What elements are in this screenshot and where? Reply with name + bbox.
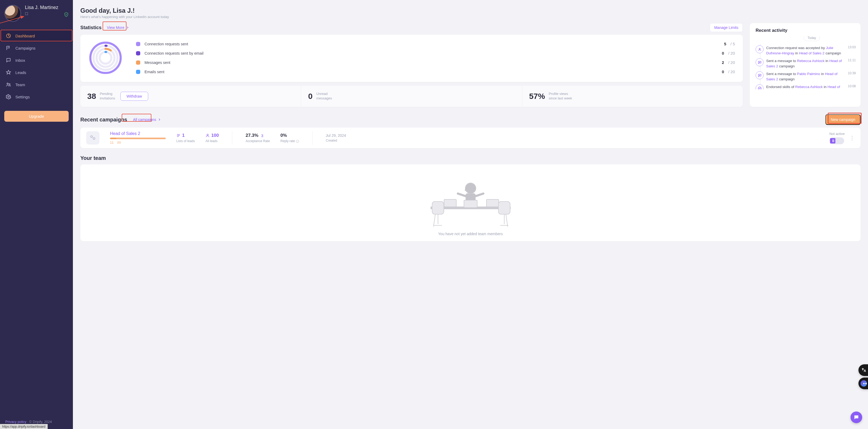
recent-campaigns-header: Recent campaigns All campaigns New campa… [80, 114, 861, 125]
help-float-button[interactable] [850, 411, 862, 423]
manage-limits-button[interactable]: Manage Limits [710, 23, 743, 32]
sidebar: Lisa J. Martinez ⬚ Dashboard Campaigns I… [0, 0, 73, 429]
copyright: © Dripify, 2024 [29, 420, 52, 424]
campaign-all-leads: 100 All leads [206, 133, 219, 143]
timeline-item-icon [755, 45, 764, 53]
svg-rect-28 [432, 202, 444, 214]
withdraw-button[interactable]: Withdraw [120, 92, 148, 101]
dashboard-icon [6, 33, 11, 38]
chevron-right-icon [158, 118, 161, 121]
campaign-progress [110, 137, 166, 139]
team-empty-illustration [415, 172, 526, 228]
timeline-item-text: Sent a message to Pablo Palmino in Head … [766, 71, 845, 82]
timeline-item[interactable]: Sent a message to Pablo Palmino in Head … [766, 71, 858, 82]
svg-point-3 [8, 96, 9, 98]
list-icon [176, 133, 181, 137]
team-title: Your team [80, 155, 861, 161]
timeline-item-icon [755, 84, 764, 89]
svg-point-23 [465, 183, 476, 193]
flag-icon [6, 45, 11, 51]
svg-point-13 [759, 48, 760, 49]
legend-dot [136, 51, 140, 55]
legend-dot [136, 42, 140, 46]
recent-campaigns-title: Recent campaigns [80, 117, 127, 123]
metric-unread: 0 Unreadmessages [301, 86, 522, 107]
metrics-row: 38 Pendinginvitations Withdraw 0 Unreadm… [80, 86, 743, 107]
svg-rect-29 [498, 202, 510, 214]
all-campaigns-link[interactable]: All campaigns [130, 116, 163, 123]
svg-point-11 [100, 52, 111, 64]
campaign-name[interactable]: Head of Sales 2 [110, 131, 166, 136]
timeline-item-time: 11:11 [848, 58, 858, 62]
recent-activity-card: Recent activity Today Connection request… [750, 23, 861, 107]
stat-line: Connection requests sent 5 / 5 [136, 42, 735, 46]
svg-rect-27 [487, 200, 499, 207]
sidebar-item-label: Team [16, 83, 67, 87]
new-campaign-button[interactable]: New campaign [825, 114, 861, 125]
team-card: You have not yet added team members [80, 164, 861, 241]
timeline-item[interactable]: Endorsed skills of Rebecca Ashlock in He… [766, 84, 858, 89]
svg-point-17 [93, 137, 95, 140]
campaign-toggle[interactable] [829, 137, 844, 144]
profile-name: Lisa J. Martinez [25, 5, 58, 10]
gear-icon [6, 94, 11, 99]
upgrade-button[interactable]: Upgrade [4, 111, 69, 122]
sidebar-item-campaigns[interactable]: Campaigns [0, 42, 73, 54]
profile-block: Lisa J. Martinez ⬚ [0, 0, 73, 25]
timeline-item-icon [755, 58, 764, 66]
campaign-created: Jul 29, 2024 Created [326, 133, 346, 142]
team-icon [6, 82, 11, 87]
campaign-reply: 0% Reply rate [280, 133, 299, 143]
sidebar-item-label: Leads [16, 70, 67, 75]
campaign-row[interactable]: Head of Sales 2 11 89 1 Lists of leads 1… [80, 127, 861, 148]
campaign-icon [86, 131, 99, 145]
timeline-item[interactable]: Sent a message to Rebecca Ashlock in Hea… [766, 58, 858, 69]
sidebar-nav: Dashboard Campaigns Inbox Leads Team Set… [0, 30, 73, 103]
chat-bubble-icon [854, 415, 859, 420]
recent-activity-title: Recent activity [755, 28, 858, 33]
profile-meta: ⬚ [25, 11, 58, 16]
privacy-link[interactable]: Privacy policy [5, 420, 26, 424]
timeline-item-time: 10:39 [848, 71, 858, 75]
page-subtitle: Here's what's happening with your Linked… [80, 15, 861, 19]
stat-line: Messages sent 2 / 20 [136, 60, 735, 65]
timeline-item-icon [755, 71, 764, 79]
timeline-item-time: 10:08 [848, 84, 858, 88]
verified-shield-icon [64, 12, 69, 18]
statistics-header: Statistics View More Manage Limits [80, 23, 743, 32]
sidebar-item-dashboard[interactable]: Dashboard [0, 30, 73, 42]
main-content: Good day, Lisa J.! Here's what's happeni… [73, 0, 868, 429]
stat-line: Connection requests sent by email 0 / 20 [136, 51, 735, 55]
bot-float-button[interactable] [859, 377, 868, 389]
campaign-status-label: Not active [829, 132, 845, 136]
campaign-lists: 1 Lists of leads [176, 133, 195, 143]
sidebar-item-leads[interactable]: Leads [0, 66, 73, 79]
metric-views: 57% Profile viewssince last week [522, 86, 743, 107]
sidebar-item-team[interactable]: Team [0, 79, 73, 91]
statistics-card: Connection requests sent 5 / 5 Connectio… [80, 35, 743, 82]
view-more-link[interactable]: View More [104, 24, 132, 31]
language-float-button[interactable] [859, 364, 868, 376]
svg-rect-25 [464, 200, 477, 208]
chat-icon [6, 58, 11, 63]
timeline-item-time: 13:03 [848, 45, 858, 49]
info-icon[interactable] [296, 140, 299, 143]
svg-point-1 [7, 83, 8, 84]
avatar[interactable] [4, 5, 21, 22]
svg-point-6 [90, 43, 121, 73]
sidebar-item-settings[interactable]: Settings [0, 91, 73, 103]
campaign-menu-button[interactable]: ⋮ [849, 136, 855, 140]
svg-point-18 [207, 134, 208, 135]
chevron-right-icon [126, 26, 129, 29]
svg-rect-26 [444, 200, 456, 207]
sidebar-item-inbox[interactable]: Inbox [0, 54, 73, 66]
svg-point-16 [91, 136, 93, 137]
connection-icon: ⬚ [25, 11, 28, 16]
page-greeting: Good day, Lisa J.! [80, 7, 861, 14]
timeline-item[interactable]: Connection request was accepted by Julie… [766, 45, 858, 56]
timeline-day-label: Today [804, 36, 820, 41]
svg-point-2 [9, 84, 10, 85]
user-icon [206, 133, 210, 137]
stat-line: Emails sent 0 / 20 [136, 69, 735, 74]
sidebar-item-label: Dashboard [16, 34, 67, 38]
